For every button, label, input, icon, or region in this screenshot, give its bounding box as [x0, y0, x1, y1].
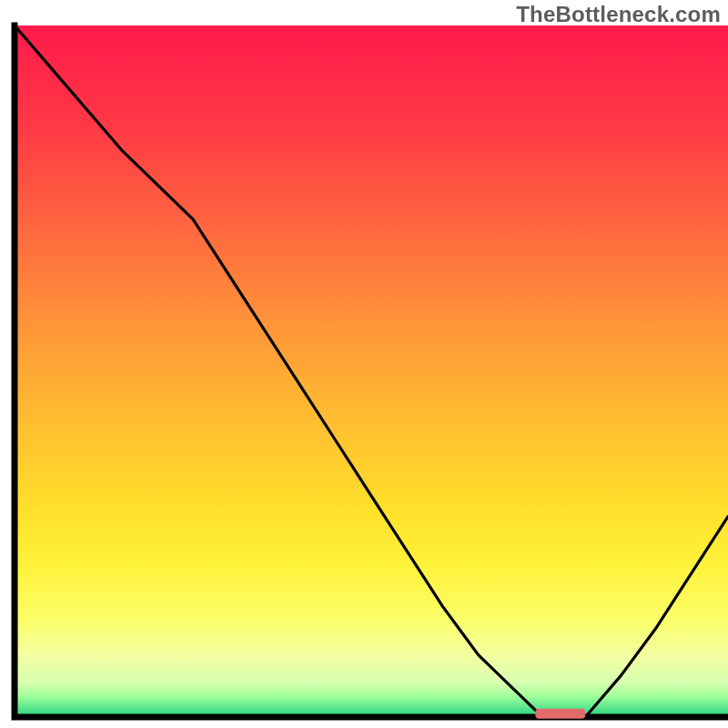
plot-background	[15, 25, 728, 717]
chart-svg	[0, 0, 728, 728]
bottleneck-chart: TheBottleneck.com	[0, 0, 728, 728]
minimum-marker	[535, 709, 585, 719]
watermark-label: TheBottleneck.com	[516, 2, 721, 27]
